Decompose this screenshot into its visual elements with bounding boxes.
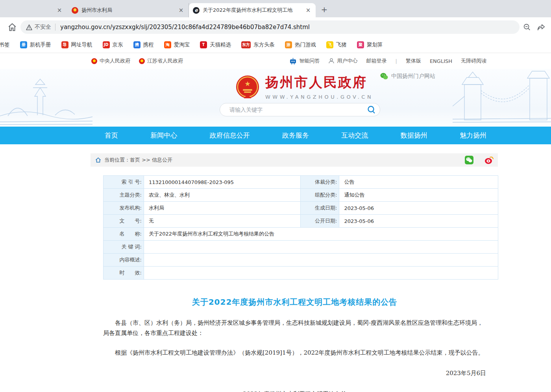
- divider: [55, 24, 55, 31]
- meta-value: [144, 254, 498, 267]
- new-tab-button[interactable]: +: [319, 4, 330, 15]
- nav-item-news[interactable]: 新闻中心: [150, 131, 177, 140]
- close-icon[interactable]: ×: [305, 7, 312, 14]
- meta-value: 水利局: [144, 202, 301, 215]
- wechat-share-icon[interactable]: [465, 156, 473, 164]
- table-row: 关 键 词:: [104, 241, 498, 254]
- bookmark-label: 携程: [143, 41, 154, 48]
- close-icon[interactable]: ×: [178, 7, 185, 14]
- meta-label: 索 引 号:: [104, 176, 144, 189]
- nav-item-info-disclosure[interactable]: 政府信息公开: [210, 131, 250, 140]
- link-jiangsu-gov[interactable]: 江苏省人民政府: [139, 57, 183, 64]
- bookmark-item[interactable]: 聚 聚划算: [357, 41, 383, 48]
- meta-label: 组配分类:: [301, 189, 340, 202]
- meta-label: 名 称:: [104, 228, 144, 241]
- bookmark-icon: 游: [285, 41, 292, 48]
- meta-value: 无: [144, 215, 301, 228]
- meta-value: 公告: [339, 176, 498, 189]
- meta-value: [144, 267, 498, 280]
- browser-logo-icon: e: [193, 7, 200, 14]
- wechat-icon: [380, 73, 388, 80]
- bookmark-label: 新机手册: [30, 41, 51, 48]
- bookmark-item[interactable]: 游 热门游戏: [285, 41, 316, 48]
- table-row: 内容概述:: [104, 254, 498, 267]
- bookmark-item[interactable]: 册 新机手册: [20, 41, 51, 48]
- bookmark-icon: JD: [103, 41, 110, 48]
- home-icon[interactable]: [7, 22, 17, 32]
- table-row: 名 称: 关于2022年度扬州市水利工程文明工地考核结果的公告: [104, 228, 498, 241]
- svg-text:★: ★: [244, 80, 251, 88]
- breadcrumb-text[interactable]: 当前位置：首页 >> 信息公开: [104, 156, 172, 164]
- nav-item-charm[interactable]: 魅力扬州: [460, 131, 486, 140]
- tab-title: 扬州市水利局: [81, 7, 174, 14]
- site-url-text: WWW.YANGZHOU.GOV.CN: [265, 94, 373, 100]
- article-date: 2023年5月6日: [103, 370, 486, 377]
- bookmark-item[interactable]: T 天猫精选: [200, 41, 231, 48]
- home-breadcrumb-icon[interactable]: [95, 157, 101, 163]
- nav-item-services[interactable]: 政务服务: [282, 131, 309, 140]
- article-title: 关于2022年度扬州市水利工程文明工地考核结果的公告: [103, 297, 486, 307]
- smart-qa-link[interactable]: 智能问答: [289, 57, 320, 64]
- article: 关于2022年度扬州市水利工程文明工地考核结果的公告 各县（市、区）水利（务）局…: [103, 297, 486, 392]
- table-row: 发布机构: 水利局 生成日期: 2023-05-06: [104, 202, 498, 215]
- traditional-link[interactable]: 繁体版: [406, 57, 421, 64]
- link-central-gov[interactable]: 中央人民政府: [91, 57, 130, 64]
- left-landmark-sketch-decoration: [0, 69, 92, 127]
- site-header: ★ 扬州市人民政府 WWW.YANGZHOU.GOV.CN 中国扬州门户网站: [0, 69, 551, 127]
- portal-tag[interactable]: 中国扬州门户网站: [380, 73, 435, 80]
- bookmark-item[interactable]: 淘 爱淘宝: [164, 41, 190, 48]
- address-toolbar: 不安全 yangzhou.gov.cn/yzszxxgk/slj/202305/…: [0, 17, 551, 37]
- site-brand[interactable]: ★ 扬州市人民政府 WWW.YANGZHOU.GOV.CN: [235, 74, 373, 100]
- security-label[interactable]: 不安全: [35, 24, 51, 31]
- breadcrumb: 当前位置：首页 >> 信息公开: [91, 153, 498, 167]
- tab-truncated[interactable]: ×: [0, 3, 68, 17]
- bookmark-label: 网址导航: [71, 41, 92, 48]
- bookmark-icon: 册: [20, 41, 27, 48]
- table-row: 文 号: 无 公开日期: 2023-05-06: [104, 215, 498, 228]
- weibo-share-icon[interactable]: [484, 156, 493, 164]
- accessibility-link[interactable]: 无障碍阅读: [461, 57, 486, 64]
- bookmark-label: 飞猪: [336, 41, 347, 48]
- table-row: 主题分类: 农业、林业、水利 组配分类: 通知公告: [104, 189, 498, 202]
- article-paragraph: 各县（市、区）水利（务）局，扬州经济开发区城乡事务管理局，生态科技新城规划建设局…: [103, 318, 486, 338]
- nav-item-data[interactable]: 数据扬州: [401, 131, 427, 140]
- tab-shuiliju[interactable]: ★ 扬州市水利局 ×: [68, 3, 189, 17]
- close-icon[interactable]: ×: [56, 7, 63, 14]
- main-nav: 首页 新闻中心 政府信息公开 政务服务 互动交流 数据扬州 魅力扬州: [0, 127, 551, 144]
- browser-window: × ★ 扬州市水利局 × e 关于2022年度扬州市水利工程文明工地 × +: [0, 0, 551, 392]
- site-search-box: [220, 103, 380, 116]
- meta-label: 文 号:: [104, 215, 144, 228]
- meta-label: 公开日期:: [301, 215, 340, 228]
- bookmark-item[interactable]: 飞 飞猪: [326, 41, 347, 48]
- mail-login-link[interactable]: 邮箱登录: [366, 57, 386, 64]
- bookmark-item[interactable]: 携 携程: [133, 41, 154, 48]
- bookmark-icon: 导: [61, 41, 68, 48]
- meta-value: 2023-05-06: [339, 215, 498, 228]
- url-text[interactable]: yangzhou.gov.cn/yzszxxgk/slj/202305/210c…: [60, 24, 310, 31]
- table-row: 时 效:: [104, 267, 498, 280]
- meta-value: 农业、林业、水利: [144, 189, 301, 202]
- bookmark-label: 热门游戏: [295, 41, 316, 48]
- bookmark-item[interactable]: 导 网址导航: [61, 41, 92, 48]
- bookmarks-bar: 机书签 册 新机手册 导 网址导航 JD 京东 携 携程 淘 爱淘宝 T 天猫精…: [0, 37, 551, 53]
- zoom-out-icon[interactable]: [523, 23, 531, 31]
- bookmark-item[interactable]: 东方 东方头条: [241, 41, 275, 48]
- bookmark-icon: 飞: [326, 41, 333, 48]
- national-emblem-icon: ★: [235, 75, 260, 99]
- article-paragraph: 根据《扬州市水利工程文明工地建设管理办法》（扬水规[2019]1号），2022年…: [103, 348, 486, 358]
- link-label: 智能问答: [299, 57, 320, 64]
- nav-item-interaction[interactable]: 互动交流: [341, 131, 368, 140]
- nav-item-home[interactable]: 首页: [105, 131, 118, 140]
- meta-label: 发布机构:: [104, 202, 144, 215]
- search-input[interactable]: [229, 107, 366, 113]
- bookmark-icon: 淘: [164, 41, 171, 48]
- user-center-link[interactable]: 用户中心: [328, 57, 357, 64]
- english-link[interactable]: ENGLISH: [430, 58, 452, 64]
- bookmark-item[interactable]: JD 京东: [103, 41, 123, 48]
- meta-label: 内容概述:: [104, 254, 144, 267]
- tab-active-announcement[interactable]: e 关于2022年度扬州市水利工程文明工地 ×: [189, 3, 316, 17]
- search-icon[interactable]: [366, 104, 377, 116]
- url-bar[interactable]: 不安全 yangzhou.gov.cn/yzszxxgk/slj/202305/…: [20, 20, 520, 34]
- bookmark-item[interactable]: 机书签: [0, 41, 10, 48]
- share-icon[interactable]: [537, 23, 545, 31]
